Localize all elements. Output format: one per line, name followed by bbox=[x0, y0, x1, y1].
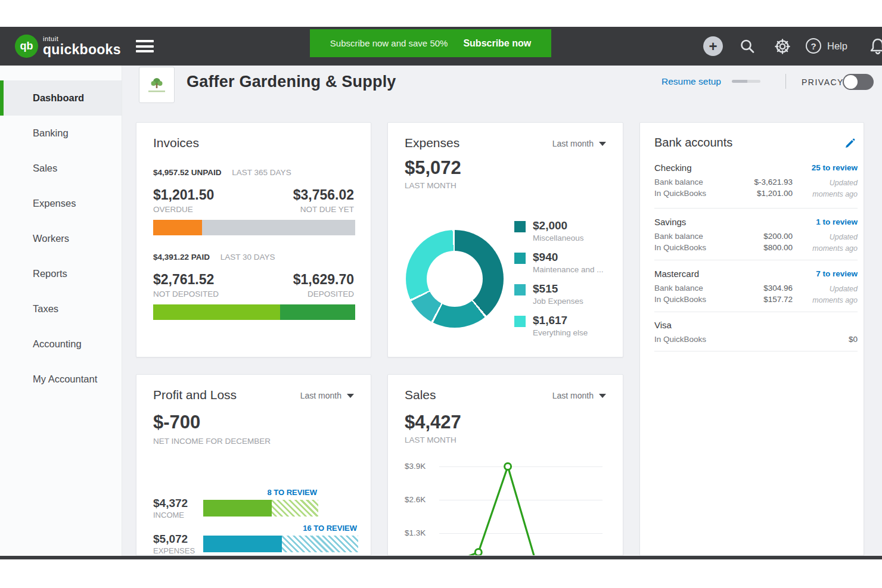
expenses-label: EXPENSES bbox=[153, 546, 195, 555]
notdue-label: NOT DUE YET bbox=[300, 205, 354, 214]
notifications-bell-icon[interactable] bbox=[869, 37, 882, 56]
privacy-toggle[interactable] bbox=[843, 74, 874, 90]
legend-value: $1,617 bbox=[533, 314, 588, 326]
sidebar-item-expenses[interactable]: Expenses bbox=[0, 186, 122, 221]
unpaid-summary: $4,957.52 UNPAID LAST 365 DAYS bbox=[153, 168, 291, 177]
sidebar-item-accounting[interactable]: Accounting bbox=[0, 326, 122, 362]
subscribe-now-button[interactable]: Subscribe now bbox=[463, 38, 531, 49]
invoices-card-title: Invoices bbox=[153, 136, 199, 150]
unpaid-progress-bar[interactable] bbox=[153, 220, 355, 235]
account-name: Mastercard bbox=[654, 269, 699, 279]
expenses-bar[interactable] bbox=[203, 536, 358, 552]
legend-label: Everything else bbox=[533, 328, 588, 337]
account-review-link[interactable]: 1 to review bbox=[816, 217, 858, 226]
resume-setup-link[interactable]: Resume setup bbox=[662, 76, 721, 87]
hamburger-menu-icon[interactable] bbox=[136, 40, 154, 53]
expenses-to-review-link[interactable]: 16 TO REVIEW bbox=[303, 524, 357, 533]
quickbooks-label: quickbooks bbox=[43, 42, 121, 57]
income-bar-to-review-hatch[interactable] bbox=[272, 500, 318, 517]
paid-progress-bar[interactable] bbox=[153, 304, 355, 320]
page-title-company-name: Gaffer Gardening & Supply bbox=[187, 73, 396, 91]
legend-item-miscellaneous[interactable]: $2,000 Miscellaneous bbox=[514, 219, 604, 243]
legend-item-job-expenses[interactable]: $515 Job Expenses bbox=[514, 282, 604, 306]
legend-item-maintenance[interactable]: $940 Maintenance and ... bbox=[514, 251, 604, 275]
sidebar-item-workers[interactable]: Workers bbox=[0, 221, 122, 256]
unpaid-period: LAST 365 DAYS bbox=[232, 168, 291, 177]
pnl-card-title: Profit and Loss bbox=[153, 388, 237, 402]
invoices-card[interactable]: Invoices $4,957.52 UNPAID LAST 365 DAYS … bbox=[136, 122, 371, 357]
legend-item-everything-else[interactable]: $1,617 Everything else bbox=[514, 314, 604, 338]
divider bbox=[654, 208, 858, 209]
overdue-bar-segment[interactable] bbox=[153, 220, 202, 235]
sales-line-svg bbox=[439, 458, 603, 556]
account-name: Visa bbox=[654, 320, 672, 330]
pnl-period-dropdown[interactable]: Last month bbox=[300, 391, 354, 400]
legend-label: Miscellaneous bbox=[533, 234, 584, 242]
qb-logo-icon: qb bbox=[15, 35, 38, 58]
expenses-bar-to-review-hatch[interactable] bbox=[282, 536, 358, 552]
paid-amount: $4,391.22 PAID bbox=[153, 253, 210, 262]
account-name: Savings bbox=[654, 217, 686, 227]
privacy-toggle-knob bbox=[844, 75, 858, 89]
deposited-label: DEPOSITED bbox=[308, 290, 354, 298]
divider bbox=[654, 351, 858, 351]
bank-accounts-title: Bank accounts bbox=[654, 136, 732, 150]
bank-accounts-card[interactable]: Bank accounts Checking 25 to review Bank… bbox=[639, 122, 864, 556]
deposited-amount: $1,629.70 bbox=[293, 272, 354, 288]
pnl-period-value: Last month bbox=[300, 391, 341, 400]
legend-swatch bbox=[514, 221, 526, 232]
sidebar-item-dashboard[interactable]: Dashboard bbox=[0, 80, 122, 116]
quickbooks-wordmark: intuit quickbooks bbox=[43, 36, 121, 57]
account-updated-status: Updatedmoments ago bbox=[798, 284, 858, 306]
sidebar-item-reports[interactable]: Reports bbox=[0, 256, 122, 291]
chevron-down-icon bbox=[599, 142, 606, 146]
expenses-bar-solid[interactable] bbox=[203, 536, 282, 552]
sidebar-item-my-accountant[interactable]: My Accountant bbox=[0, 362, 122, 397]
ytick-label: $2.6K bbox=[405, 495, 433, 504]
search-icon[interactable] bbox=[739, 38, 756, 55]
edit-pencil-icon[interactable] bbox=[844, 138, 855, 149]
header-divider bbox=[785, 74, 786, 89]
sales-period-value: Last month bbox=[552, 391, 594, 400]
chevron-down-icon bbox=[347, 394, 354, 398]
deposited-bar-segment[interactable] bbox=[280, 304, 355, 320]
expenses-card[interactable]: Expenses Last month $5,072 LAST MONTH $2… bbox=[387, 122, 623, 357]
expenses-legend: $2,000 Miscellaneous $940 Maintenance an… bbox=[514, 219, 604, 346]
help-icon: ? bbox=[806, 38, 821, 54]
notdeposited-bar-segment[interactable] bbox=[153, 304, 280, 320]
sidebar-item-label: Workers bbox=[33, 233, 69, 244]
sales-period-dropdown[interactable]: Last month bbox=[552, 391, 606, 400]
sidebar-item-sales[interactable]: Sales bbox=[0, 151, 122, 186]
overdue-label: OVERDUE bbox=[153, 205, 193, 214]
create-new-button[interactable]: + bbox=[703, 36, 723, 56]
notdeposited-amount: $2,761.52 bbox=[153, 272, 214, 288]
help-button[interactable]: ? Help bbox=[806, 38, 847, 54]
sales-card-title: Sales bbox=[405, 388, 436, 402]
net-income-label: NET INCOME FOR DECEMBER bbox=[153, 437, 271, 446]
profit-and-loss-card[interactable]: Profit and Loss Last month $-700 NET INC… bbox=[136, 374, 371, 556]
sidebar-item-banking[interactable]: Banking bbox=[0, 116, 122, 151]
legend-swatch bbox=[514, 316, 526, 327]
account-row-value: $200.00 bbox=[763, 232, 793, 241]
sales-line-chart: $3.9K $2.6K $1.3K bbox=[405, 458, 607, 556]
expenses-donut[interactable] bbox=[406, 230, 504, 328]
account-row-value: $0 bbox=[849, 335, 858, 344]
legend-value: $2,000 bbox=[533, 219, 584, 232]
privacy-label: PRIVACY bbox=[802, 77, 844, 87]
income-bar-solid[interactable] bbox=[203, 500, 272, 517]
account-review-link[interactable]: 25 to review bbox=[812, 163, 858, 172]
quickbooks-logo[interactable]: qb intuit quickbooks bbox=[15, 35, 121, 58]
account-review-link[interactable]: 7 to review bbox=[816, 269, 858, 278]
income-bar[interactable] bbox=[203, 500, 318, 517]
net-income-amount: $-700 bbox=[153, 412, 200, 433]
sidebar-item-taxes[interactable]: Taxes bbox=[0, 291, 122, 326]
divider bbox=[654, 260, 858, 260]
sales-card[interactable]: Sales Last month $4,427 LAST MONTH $3.9K… bbox=[387, 374, 623, 556]
expenses-donut-hole bbox=[427, 251, 483, 307]
income-to-review-link[interactable]: 8 TO REVIEW bbox=[267, 488, 317, 497]
gear-icon[interactable] bbox=[773, 37, 792, 56]
setup-progress-bar bbox=[732, 80, 760, 83]
overdue-amount: $1,201.50 bbox=[153, 187, 214, 203]
expenses-period-dropdown[interactable]: Last month bbox=[552, 139, 606, 148]
notdue-bar-segment[interactable] bbox=[202, 220, 355, 235]
